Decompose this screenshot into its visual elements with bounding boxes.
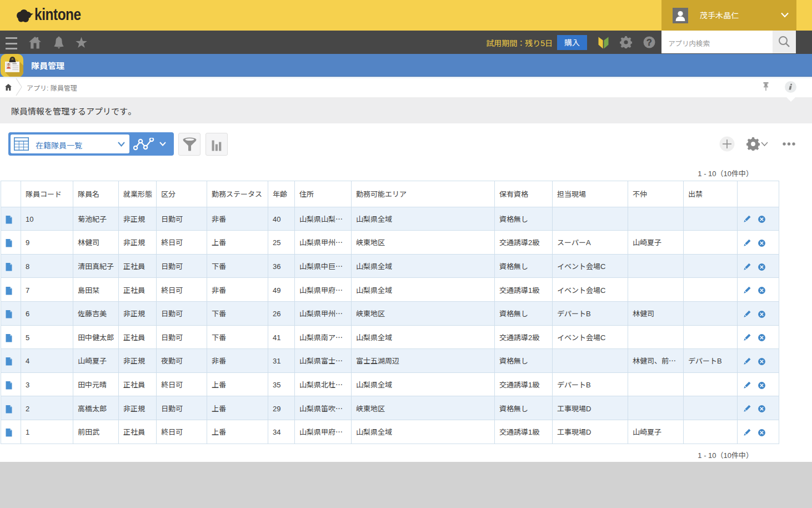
svg-text:?: ? bbox=[646, 38, 652, 47]
